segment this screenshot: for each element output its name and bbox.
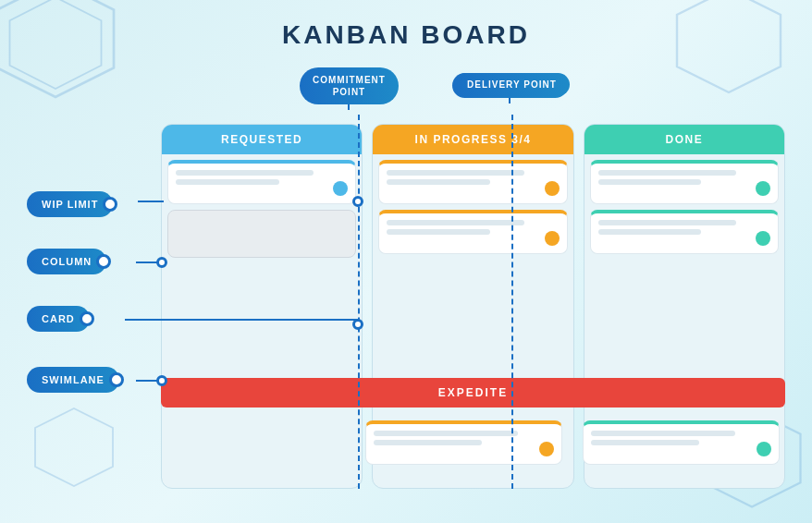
kanban-card [378, 160, 567, 204]
card-line [598, 220, 736, 225]
col-header-requested: REQUESTED [162, 125, 362, 154]
col-header-done: DONE [584, 125, 784, 154]
main-container: KANBAN BOARD COMMITMENT POINT DELIVERY P… [0, 0, 812, 523]
delivery-point-pill-render: DELIVERY POINT [454, 73, 570, 96]
card-line [374, 431, 518, 436]
col-requested: REQUESTED [161, 124, 363, 489]
card-line [176, 179, 279, 185]
delivery-dashed-line [511, 115, 513, 489]
card-dot [539, 442, 554, 456]
card-line [387, 220, 524, 225]
card-dot [545, 231, 560, 246]
card-label: CARD [27, 306, 90, 332]
swimlane-point-dot [156, 375, 167, 386]
column-label: COLUMN [27, 249, 106, 274]
card-dot [756, 181, 770, 196]
wip-limit-label: WIP LIMIT [27, 191, 113, 217]
below-swim-done [577, 415, 785, 480]
card-connector [125, 319, 358, 321]
card-dot [756, 231, 770, 246]
kanban-card [378, 210, 567, 254]
card-line [591, 440, 699, 445]
card-dot [545, 181, 560, 196]
kanban-card [583, 420, 780, 465]
kanban-card-gray [167, 210, 356, 258]
card-line [176, 170, 314, 176]
below-swim-inprogress [360, 415, 568, 480]
col-header-inprogress: IN PROGRESS 3/4 [373, 125, 572, 154]
board-area: COMMITMENT POINT DELIVERY POINT REQUESTE… [27, 64, 785, 489]
kanban-card [590, 160, 779, 204]
card-point-dot [352, 319, 363, 330]
swimlane-label: EXPEDITE [438, 386, 508, 399]
kanban-card [365, 420, 562, 465]
card-line [374, 440, 482, 445]
swimlane-bar: EXPEDITE [161, 378, 785, 407]
card-line [387, 179, 490, 185]
card-line [387, 229, 490, 235]
commitment-point-pill: COMMITMENT POINT [300, 67, 399, 104]
swimlane-label-pill: SWIMLANE [27, 367, 119, 393]
card-line [591, 431, 735, 436]
card-line [598, 170, 736, 176]
below-swimlane [360, 415, 785, 480]
commitment-dashed-line [358, 115, 360, 489]
col-content-requested [162, 154, 362, 488]
column-point-dot [156, 257, 167, 268]
kanban-card [167, 160, 356, 204]
card-dot [757, 442, 771, 456]
card-line [598, 179, 702, 185]
wip-limit-connector [138, 201, 164, 202]
page-title: KANBAN BOARD [282, 20, 530, 50]
commitment-point-dot [352, 196, 363, 207]
card-line [598, 229, 702, 235]
card-line [387, 170, 524, 176]
kanban-card [590, 210, 779, 254]
card-dot [333, 181, 348, 196]
